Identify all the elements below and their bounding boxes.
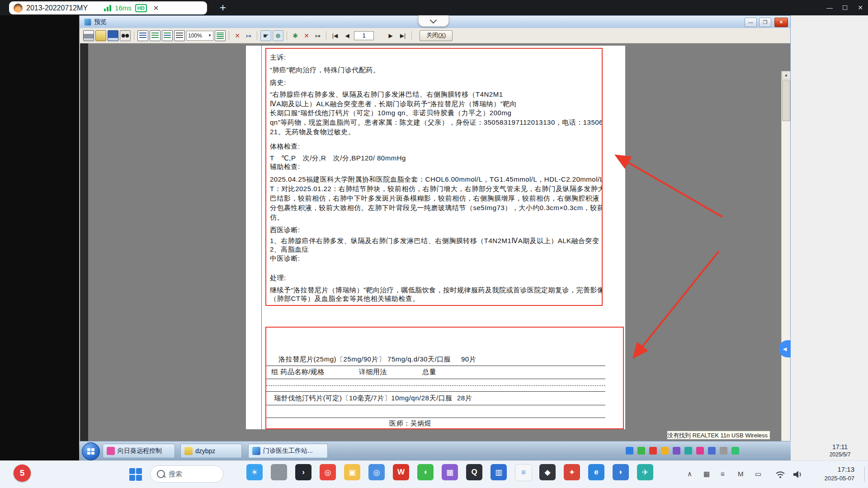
find-icon[interactable] [120, 30, 131, 41]
preview-restore-button[interactable]: ❐ [759, 18, 771, 27]
form-border-line [261, 46, 262, 429]
teal-app-icon[interactable]: ✈ [637, 464, 653, 480]
keyboard-icon[interactable]: ▭ [755, 470, 761, 478]
delete-page-icon[interactable]: ✕ [302, 31, 311, 41]
hd-badge[interactable]: HD [135, 4, 147, 12]
hand-tool-icon[interactable]: ☛ [260, 30, 271, 41]
tab-close-icon[interactable]: ✕ [153, 4, 159, 12]
close-preview-button[interactable]: 关闭(X) [420, 30, 453, 41]
taskbar-search[interactable]: 搜索 [150, 465, 223, 483]
photos-icon[interactable]: ▦ [442, 464, 458, 480]
remote-desktop-left-area [0, 15, 79, 460]
signal-bars-icon [104, 5, 111, 11]
zoom-select[interactable]: 100%▼ [186, 31, 213, 41]
taskbar-item-workstation[interactable]: 门诊医生工作站... [248, 444, 328, 458]
session-title: 2013-20220712MY [26, 4, 88, 12]
qq-icon[interactable]: Q [466, 464, 482, 480]
terminal-icon[interactable]: › [295, 464, 311, 480]
window-minimize-button[interactable]: — [822, 0, 837, 15]
open-icon[interactable] [95, 30, 106, 41]
single-page-view-icon[interactable] [137, 30, 148, 41]
tray-grey-icon[interactable] [720, 447, 727, 455]
wechat-icon[interactable]: ◖ [417, 464, 434, 480]
notes-icon[interactable]: ≡ [515, 464, 532, 481]
wps-icon[interactable]: W [393, 464, 409, 480]
new-page-icon[interactable]: ✱ [290, 31, 300, 41]
first-page-icon[interactable]: |◀ [330, 33, 340, 39]
western-dx-line: 2、高脂血症 [270, 244, 309, 254]
tray-mint-icon[interactable] [731, 447, 739, 455]
section-label: 西医诊断: [270, 225, 300, 235]
host-clock[interactable]: 17:13 2025-05-07 [814, 465, 854, 483]
save-icon[interactable] [108, 30, 118, 41]
vertical-scrollbar[interactable]: ▲ ▼ [781, 71, 790, 447]
chat-app-icon[interactable]: ◗ [613, 464, 629, 480]
new-tab-button[interactable]: + [220, 1, 226, 14]
export-report-icon[interactable]: ↦ [313, 31, 323, 41]
taskbar-item-sunlogin[interactable]: 向日葵远程控制 [103, 444, 175, 458]
next-page-icon[interactable]: ▶ [385, 33, 396, 39]
page-number-input[interactable]: 1 [354, 31, 374, 40]
prescription-header-group: 组 药品名称/规格 [271, 367, 325, 377]
tray-indigo-icon[interactable] [708, 447, 716, 455]
show-desktop-button[interactable] [864, 466, 865, 482]
scroll-up-icon[interactable]: ▲ [782, 71, 790, 80]
continuous-view-icon[interactable] [150, 30, 160, 41]
notification-badge[interactable]: 5 [14, 465, 31, 482]
prescription-drug-2: 瑞舒伐他汀钙片(可定)〔10毫克/7片〕10mg/qn/28天/口服 [274, 393, 453, 403]
taskbar-item-dzybpz[interactable]: dzybpz [180, 444, 242, 458]
session-tab[interactable]: 2013-20220712MY 16ms HD ✕ [9, 1, 207, 14]
window-maximize-button[interactable]: ☐ [837, 0, 853, 15]
print-icon[interactable] [83, 30, 94, 41]
remote-clock-time: 17:11 [824, 443, 856, 451]
session-favicon [14, 4, 23, 13]
remote-toolbar-pull-tab[interactable] [418, 15, 449, 27]
tray-yellow-icon[interactable] [661, 447, 669, 455]
document-page: 主诉: “肺癌”靶向治疗，特殊门诊代配药。 病史: “右肺腺癌伴右肺多发、纵隔及… [246, 46, 625, 429]
tray-chevron-icon[interactable]: ∧ [687, 470, 692, 478]
treatment-line: （肺部CT等）及血脂全套等其他相关辅助检查。 [270, 294, 420, 304]
dev-icon[interactable]: ◆ [539, 464, 556, 480]
remote-start-button[interactable] [82, 442, 100, 460]
file-explorer-icon[interactable]: ▣ [344, 464, 360, 480]
preview-minimize-button[interactable]: — [745, 18, 757, 27]
wifi-icon[interactable] [775, 469, 786, 480]
red-app-icon[interactable]: ✦ [564, 464, 580, 480]
scrollbar-thumb[interactable] [782, 80, 790, 121]
tray-red-icon[interactable] [649, 447, 657, 455]
export-cancel-icon[interactable]: ✕ [232, 31, 242, 41]
export-data-icon[interactable]: ↦ [244, 31, 254, 41]
host-start-button[interactable] [129, 468, 142, 481]
history-line: 长期口服“瑞舒伐他汀钙片（可定）10mg qn、非诺贝特胶囊（力平之）200mg [270, 108, 511, 118]
latency-label: 16ms [115, 4, 132, 12]
stats-icon[interactable]: ▥ [491, 464, 507, 480]
tray-grid-icon[interactable]: ▦ [703, 470, 710, 478]
weather-icon[interactable]: ☀ [246, 464, 263, 480]
tray-blue-icon[interactable] [626, 447, 633, 455]
ie-icon[interactable]: e [588, 464, 604, 480]
chief-complaint-text: “肺癌”靶向治疗，特殊门诊代配药。 [270, 65, 380, 75]
settings-grey-icon[interactable] [271, 464, 287, 480]
zoom-tool-icon[interactable]: ⊕ [273, 30, 283, 41]
preview-close-button[interactable]: × [774, 18, 788, 27]
facing-view-icon[interactable] [162, 30, 173, 41]
last-page-icon[interactable]: ▶| [397, 33, 408, 39]
browser-icon[interactable]: ◎ [368, 464, 385, 480]
prev-page-icon[interactable]: ◀ [342, 33, 353, 39]
auxiliary-line: 2025.04.25福建医科大学附属协和医院血脂全套：CHOL6.00mmol/… [270, 174, 603, 184]
thumbnail-view-icon[interactable] [174, 30, 185, 41]
chrome-icon[interactable]: ◎ [320, 464, 336, 480]
history-line: qn”等药物，现监测血脂尚可。患者家属：陈文建（父亲），身份证：35058319… [270, 117, 603, 127]
tray-purple-icon[interactable] [673, 447, 680, 455]
input-method-icon[interactable]: M [738, 470, 744, 478]
history-line: ⅣA期及以上）ALK融合突变患者，长期门诊取药予“洛拉替尼片（博瑞纳）”靶向 [270, 99, 517, 109]
window-close-button[interactable]: ✕ [853, 0, 868, 15]
tray-green-icon[interactable] [637, 447, 645, 455]
remote-taskbar: 向日葵远程控制 dzybpz 门诊医生工作站... 17:11 2025/5/7 [79, 441, 791, 461]
tray-pink-icon[interactable] [696, 447, 704, 455]
tray-teal-icon[interactable] [684, 447, 692, 455]
remote-clock[interactable]: 17:11 2025/5/7 [824, 443, 856, 459]
page-setup-icon[interactable] [215, 30, 226, 41]
tray-sliders-icon[interactable]: ≡ [721, 470, 725, 478]
volume-icon[interactable] [792, 469, 803, 480]
